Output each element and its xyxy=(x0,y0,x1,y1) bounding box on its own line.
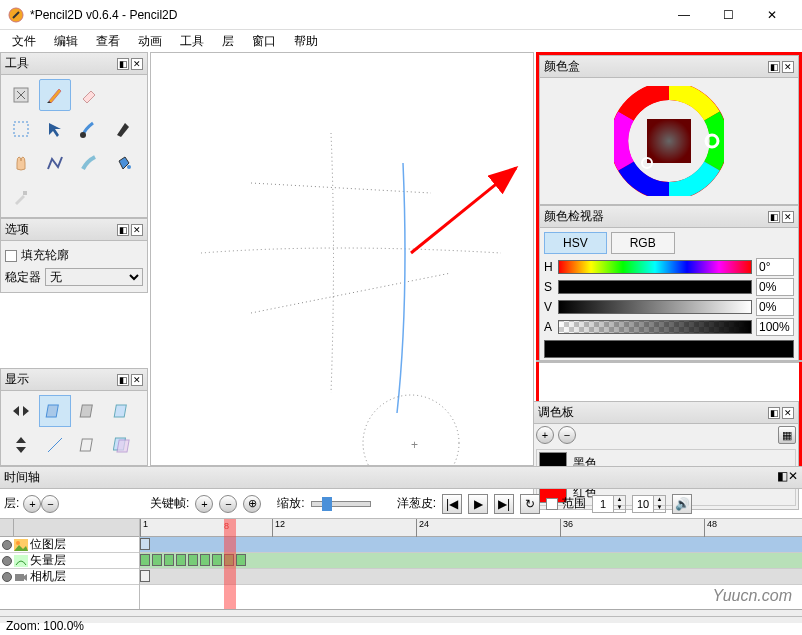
play-first-button[interactable]: |◀ xyxy=(442,494,462,514)
timeline-zoom-slider[interactable] xyxy=(311,501,371,507)
val-value[interactable]: 0% xyxy=(756,298,794,316)
colorbox-header[interactable]: 颜色盒 ◧ ✕ xyxy=(540,56,798,78)
fill-contour-checkbox[interactable]: 填充轮廓 xyxy=(5,245,143,266)
add-color-button[interactable]: + xyxy=(536,426,554,444)
bucket-tool[interactable] xyxy=(107,147,139,179)
palette-header[interactable]: 调色板 ◧ ✕ xyxy=(534,402,798,424)
range-end-input[interactable]: ▲▼ xyxy=(632,495,666,513)
undock-icon[interactable]: ◧ xyxy=(777,469,788,486)
menu-file[interactable]: 文件 xyxy=(4,31,44,52)
playhead[interactable] xyxy=(224,519,236,609)
layer-row-camera[interactable]: 相机层 xyxy=(0,569,139,585)
remove-keyframe-button[interactable]: − xyxy=(219,495,237,513)
close-panel-icon[interactable]: ✕ xyxy=(782,211,794,223)
pencil-tool[interactable] xyxy=(39,79,71,111)
menu-animation[interactable]: 动画 xyxy=(130,31,170,52)
sat-slider[interactable] xyxy=(558,280,752,294)
close-button[interactable]: ✕ xyxy=(750,1,794,29)
hand-tool[interactable] xyxy=(5,147,37,179)
visibility-icon[interactable] xyxy=(2,572,12,582)
close-panel-icon[interactable]: ✕ xyxy=(782,407,794,419)
undock-icon[interactable]: ◧ xyxy=(768,61,780,73)
track-vector[interactable] xyxy=(140,553,802,569)
keyframe-cell[interactable] xyxy=(140,538,150,550)
color-wheel[interactable] xyxy=(540,78,798,204)
visibility-icon[interactable] xyxy=(2,556,12,566)
alpha-value[interactable]: 100% xyxy=(756,318,794,336)
play-button[interactable]: ▶ xyxy=(468,494,488,514)
menu-tools[interactable]: 工具 xyxy=(172,31,212,52)
overlay-button[interactable] xyxy=(107,429,139,461)
undock-icon[interactable]: ◧ xyxy=(768,407,780,419)
undock-icon[interactable]: ◧ xyxy=(768,211,780,223)
brush-tool[interactable] xyxy=(73,113,105,145)
inspector-header[interactable]: 颜色检视器 ◧ ✕ xyxy=(540,206,798,228)
track-column[interactable]: 1 12 24 36 48 8 xyxy=(140,519,802,609)
undock-icon[interactable]: ◧ xyxy=(117,224,129,236)
remove-color-button[interactable]: − xyxy=(558,426,576,444)
outlines-button[interactable] xyxy=(73,429,105,461)
play-last-button[interactable]: ▶| xyxy=(494,494,514,514)
eyedropper-tool[interactable] xyxy=(5,181,37,213)
display-header[interactable]: 显示 ◧ ✕ xyxy=(1,369,147,391)
close-panel-icon[interactable]: ✕ xyxy=(131,374,143,386)
keyframe-cell[interactable] xyxy=(212,554,222,566)
sound-button[interactable]: 🔊 xyxy=(672,494,692,514)
palette-menu-button[interactable]: ▦ xyxy=(778,426,796,444)
onion-blue-button[interactable] xyxy=(107,395,139,427)
maximize-button[interactable]: ☐ xyxy=(706,1,750,29)
add-keyframe-button[interactable]: + xyxy=(195,495,213,513)
options-header[interactable]: 选项 ◧ ✕ xyxy=(1,219,147,241)
timeline-header[interactable]: 时间轴 ◧ ✕ xyxy=(0,467,802,489)
undock-icon[interactable]: ◧ xyxy=(117,58,129,70)
range-checkbox[interactable]: 范围 xyxy=(546,493,586,514)
add-layer-button[interactable]: + xyxy=(23,495,41,513)
eraser-tool[interactable] xyxy=(73,79,105,111)
sat-value[interactable]: 0% xyxy=(756,278,794,296)
duplicate-keyframe-button[interactable]: ⊕ xyxy=(243,495,261,513)
menu-help[interactable]: 帮助 xyxy=(286,31,326,52)
layer-row-bitmap[interactable]: 位图层 xyxy=(0,537,139,553)
keyframe-cell[interactable] xyxy=(152,554,162,566)
close-panel-icon[interactable]: ✕ xyxy=(782,61,794,73)
close-panel-icon[interactable]: ✕ xyxy=(131,224,143,236)
stabilizer-select[interactable]: 无 xyxy=(45,268,143,286)
close-panel-icon[interactable]: ✕ xyxy=(131,58,143,70)
undock-icon[interactable]: ◧ xyxy=(117,374,129,386)
keyframe-cell[interactable] xyxy=(176,554,186,566)
keyframe-cell[interactable] xyxy=(236,554,246,566)
hue-value[interactable]: 0° xyxy=(756,258,794,276)
loop-button[interactable]: ↻ xyxy=(520,494,540,514)
layer-row-vector[interactable]: 矢量层 xyxy=(0,553,139,569)
tab-hsv[interactable]: HSV xyxy=(544,232,607,254)
onion-prev-button[interactable] xyxy=(39,395,71,427)
range-start-input[interactable]: ▲▼ xyxy=(592,495,626,513)
canvas[interactable]: + xyxy=(150,52,534,466)
move-tool[interactable] xyxy=(39,113,71,145)
mirror-h-button[interactable] xyxy=(5,395,37,427)
tools-header[interactable]: 工具 ◧ ✕ xyxy=(1,53,147,75)
smudge-tool[interactable] xyxy=(73,147,105,179)
remove-layer-button[interactable]: − xyxy=(41,495,59,513)
track-bitmap[interactable] xyxy=(140,537,802,553)
menu-view[interactable]: 查看 xyxy=(88,31,128,52)
menu-layer[interactable]: 层 xyxy=(214,31,242,52)
thin-lines-button[interactable] xyxy=(39,429,71,461)
alpha-slider[interactable] xyxy=(558,320,752,334)
val-slider[interactable] xyxy=(558,300,752,314)
keyframe-cell[interactable] xyxy=(188,554,198,566)
menu-window[interactable]: 窗口 xyxy=(244,31,284,52)
onion-next-button[interactable] xyxy=(73,395,105,427)
keyframe-cell[interactable] xyxy=(140,554,150,566)
track-camera[interactable] xyxy=(140,569,802,585)
minimize-button[interactable]: — xyxy=(662,1,706,29)
clear-tool[interactable] xyxy=(5,79,37,111)
timeline-ruler[interactable]: 1 12 24 36 48 8 xyxy=(140,519,802,537)
select-tool[interactable] xyxy=(5,113,37,145)
tab-rgb[interactable]: RGB xyxy=(611,232,675,254)
keyframe-cell[interactable] xyxy=(140,570,150,582)
keyframe-cell[interactable] xyxy=(164,554,174,566)
mirror-v-button[interactable] xyxy=(5,429,37,461)
polyline-tool[interactable] xyxy=(39,147,71,179)
close-panel-icon[interactable]: ✕ xyxy=(788,469,798,486)
